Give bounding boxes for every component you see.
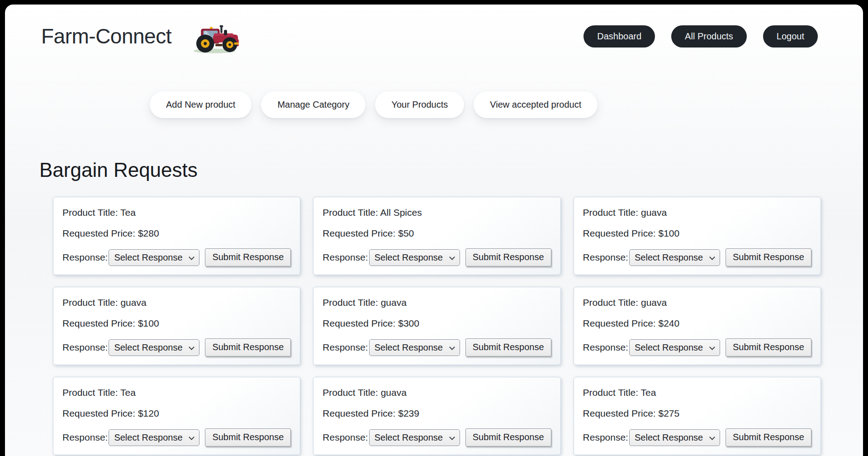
submit-response-button[interactable]: Submit Response	[465, 248, 551, 266]
response-label: Response:	[62, 252, 108, 263]
response-label: Response:	[323, 432, 368, 443]
response-select-wrap: Select Response	[369, 429, 460, 446]
nav-all-products-button[interactable]: All Products	[671, 25, 747, 48]
product-title: Product Title: guava	[62, 297, 291, 308]
response-select-wrap: Select Response	[109, 339, 199, 356]
response-select[interactable]: Select Response	[369, 429, 460, 446]
response-row: Response: Select Response Submit Respons…	[323, 248, 551, 266]
your-products-button[interactable]: Your Products	[375, 91, 464, 118]
bargain-cards-grid: Product Title: Tea Requested Price: $280…	[53, 197, 785, 455]
requested-price: Requested Price: $239	[323, 408, 551, 419]
response-label: Response:	[583, 342, 628, 353]
requested-price: Requested Price: $240	[583, 318, 811, 329]
response-select-wrap: Select Response	[109, 429, 199, 446]
response-select-wrap: Select Response	[629, 339, 720, 356]
submit-response-button[interactable]: Submit Response	[465, 428, 551, 446]
tractor-icon	[190, 20, 241, 54]
response-row: Response: Select Response Submit Respons…	[583, 338, 811, 356]
response-label: Response:	[323, 342, 368, 353]
submit-response-button[interactable]: Submit Response	[726, 428, 811, 446]
response-select[interactable]: Select Response	[629, 249, 720, 266]
response-select-wrap: Select Response	[629, 249, 720, 266]
response-select[interactable]: Select Response	[109, 339, 199, 356]
submit-response-button[interactable]: Submit Response	[726, 248, 811, 266]
product-title: Product Title: guava	[323, 387, 551, 398]
response-label: Response:	[583, 252, 628, 263]
product-title: Product Title: guava	[583, 297, 811, 308]
app-window: Farm-Connect	[5, 5, 863, 456]
response-row: Response: Select Response Submit Respons…	[583, 428, 811, 446]
submit-response-button[interactable]: Submit Response	[205, 338, 291, 356]
submit-response-button[interactable]: Submit Response	[465, 338, 551, 356]
response-label: Response:	[323, 252, 368, 263]
response-row: Response: Select Response Submit Respons…	[323, 338, 551, 356]
bargain-card: Product Title: Tea Requested Price: $280…	[53, 197, 300, 275]
submit-response-button[interactable]: Submit Response	[726, 338, 811, 356]
bargain-card: Product Title: Tea Requested Price: $120…	[53, 377, 300, 455]
bargain-card: Product Title: All Spices Requested Pric…	[313, 197, 560, 275]
response-select[interactable]: Select Response	[109, 429, 199, 446]
response-select-wrap: Select Response	[109, 249, 199, 266]
header: Farm-Connect	[5, 5, 863, 54]
response-select[interactable]: Select Response	[629, 339, 720, 356]
nav-dashboard-button[interactable]: Dashboard	[583, 25, 655, 48]
bargain-card: Product Title: guava Requested Price: $3…	[313, 287, 560, 365]
response-label: Response:	[62, 342, 108, 353]
brand-title: Farm-Connect	[41, 24, 171, 48]
requested-price: Requested Price: $100	[62, 318, 291, 329]
bargain-card: Product Title: guava Requested Price: $2…	[574, 287, 821, 365]
manage-category-button[interactable]: Manage Category	[261, 91, 365, 118]
response-row: Response: Select Response Submit Respons…	[62, 428, 291, 446]
response-row: Response: Select Response Submit Respons…	[583, 248, 811, 266]
response-row: Response: Select Response Submit Respons…	[323, 428, 551, 446]
submit-response-button[interactable]: Submit Response	[205, 428, 291, 446]
action-pills-row: Add New product Manage Category Your Pro…	[150, 91, 863, 118]
section-title: Bargain Requests	[39, 159, 863, 181]
nav-logout-button[interactable]: Logout	[763, 25, 818, 48]
requested-price: Requested Price: $120	[62, 408, 291, 419]
top-nav: Dashboard All Products Logout	[583, 25, 818, 48]
bargain-card: Product Title: guava Requested Price: $2…	[313, 377, 560, 455]
requested-price: Requested Price: $50	[323, 228, 551, 239]
requested-price: Requested Price: $300	[323, 318, 551, 329]
product-title: Product Title: Tea	[62, 387, 291, 398]
product-title: Product Title: guava	[323, 297, 551, 308]
product-title: Product Title: All Spices	[323, 207, 551, 218]
response-select[interactable]: Select Response	[369, 339, 460, 356]
product-title: Product Title: guava	[583, 207, 811, 218]
product-title: Product Title: Tea	[583, 387, 811, 398]
requested-price: Requested Price: $275	[583, 408, 811, 419]
view-accepted-product-button[interactable]: View accepted product	[474, 91, 598, 118]
response-select[interactable]: Select Response	[629, 429, 720, 446]
bargain-card: Product Title: guava Requested Price: $1…	[574, 197, 821, 275]
submit-response-button[interactable]: Submit Response	[205, 248, 291, 266]
response-label: Response:	[62, 432, 108, 443]
requested-price: Requested Price: $100	[583, 228, 811, 239]
response-select-wrap: Select Response	[369, 249, 460, 266]
response-select-wrap: Select Response	[629, 429, 720, 446]
response-select-wrap: Select Response	[369, 339, 460, 356]
response-select[interactable]: Select Response	[369, 249, 460, 266]
bargain-card: Product Title: Tea Requested Price: $275…	[574, 377, 821, 455]
response-select[interactable]: Select Response	[109, 249, 199, 266]
bargain-card: Product Title: guava Requested Price: $1…	[53, 287, 300, 365]
response-row: Response: Select Response Submit Respons…	[62, 248, 291, 266]
requested-price: Requested Price: $280	[62, 228, 291, 239]
response-label: Response:	[583, 432, 628, 443]
product-title: Product Title: Tea	[62, 207, 291, 218]
response-row: Response: Select Response Submit Respons…	[62, 338, 291, 356]
add-new-product-button[interactable]: Add New product	[150, 91, 251, 118]
